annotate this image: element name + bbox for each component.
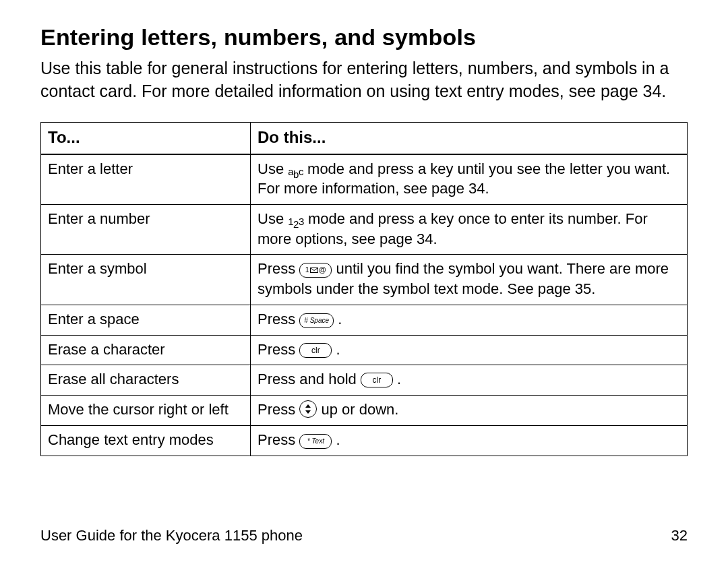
table-row: Erase all characters Press and hold clr … — [41, 365, 688, 396]
page-number: 32 — [671, 527, 688, 544]
page-title: Entering letters, numbers, and symbols — [40, 24, 688, 51]
to-cell: Enter a symbol — [41, 255, 251, 305]
table-header-row: To... Do this... — [41, 122, 688, 154]
clr-key-icon: clr — [361, 373, 393, 387]
abc-mode-icon: abc — [288, 166, 303, 178]
one-key-icon: 1@ — [299, 263, 332, 278]
to-cell: Erase a character — [41, 335, 251, 365]
to-cell: Erase all characters — [41, 365, 251, 396]
page-content: Entering letters, numbers, and symbols U… — [0, 0, 728, 562]
to-cell: Enter a space — [41, 305, 251, 335]
do-cell: Use abc mode and press a key until you s… — [251, 154, 688, 205]
table-row: Enter a number Use 123 mode and press a … — [41, 204, 688, 254]
table-row: Erase a character Press clr . — [41, 335, 688, 365]
do-cell: Press clr . — [251, 335, 688, 365]
table-row: Enter a space Press # Space . — [41, 305, 688, 335]
footer-title: User Guide for the Kyocera 1155 phone — [40, 527, 303, 544]
to-cell: Enter a number — [41, 204, 251, 254]
table-row: Move the cursor right or left Press up o… — [41, 396, 688, 426]
nav-key-icon — [299, 400, 317, 418]
do-cell: Press # Space . — [251, 305, 688, 335]
to-cell: Change text entry modes — [41, 425, 251, 456]
col-header-to: To... — [41, 122, 251, 154]
col-header-do: Do this... — [251, 122, 688, 154]
do-cell: Use 123 mode and press a key once to ent… — [251, 204, 688, 254]
page-footer: User Guide for the Kyocera 1155 phone 32 — [40, 527, 688, 544]
to-cell: Move the cursor right or left — [41, 396, 251, 426]
to-cell: Enter a letter — [41, 154, 251, 205]
123-mode-icon: 123 — [288, 216, 304, 228]
text-key-icon: * Text — [299, 434, 332, 449]
space-key-icon: # Space — [299, 313, 334, 328]
do-cell: Press and hold clr . — [251, 365, 688, 396]
do-cell: Press up or down. — [251, 396, 688, 426]
table-row: Change text entry modes Press * Text . — [41, 425, 688, 456]
instruction-table: To... Do this... Enter a letter Use abc … — [40, 122, 688, 456]
envelope-icon — [310, 268, 318, 273]
do-cell: Press 1@ until you find the symbol you w… — [251, 255, 688, 305]
table-row: Enter a letter Use abc mode and press a … — [41, 154, 688, 205]
do-cell: Press * Text . — [251, 425, 688, 456]
clr-key-icon: clr — [299, 343, 332, 358]
intro-paragraph: Use this table for general instructions … — [40, 57, 688, 103]
table-row: Enter a symbol Press 1@ until you find t… — [41, 255, 688, 305]
up-down-arrow-icon — [305, 404, 311, 414]
